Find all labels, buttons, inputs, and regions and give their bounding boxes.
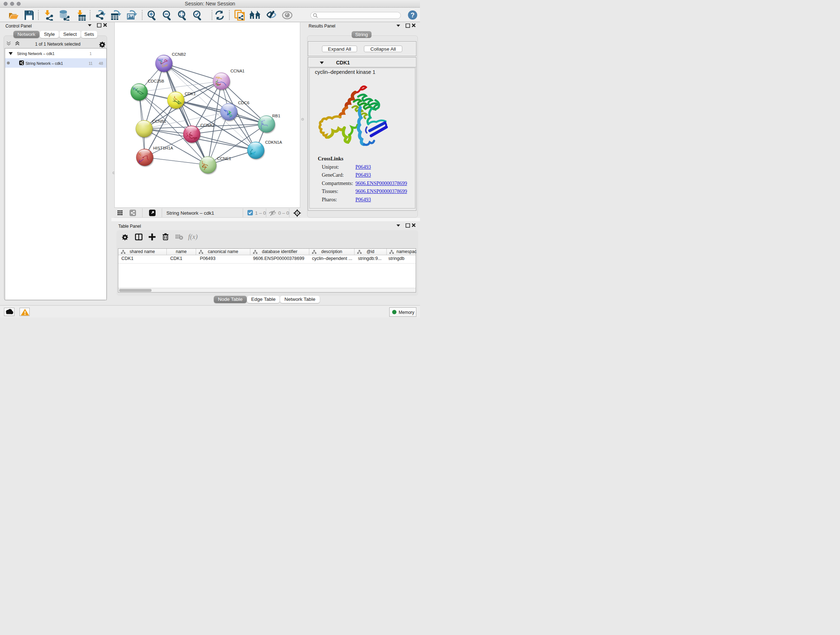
- svg-text:RB1: RB1: [272, 114, 280, 118]
- svg-text:CDC6: CDC6: [238, 101, 249, 105]
- svg-text:CCNA2: CCNA2: [201, 123, 215, 127]
- svg-text:?: ?: [411, 11, 415, 19]
- svg-text:HIST1H1A: HIST1H1A: [153, 146, 173, 150]
- svg-text:CCNB2: CCNB2: [172, 52, 186, 57]
- svg-text:CCNB1: CCNB1: [152, 119, 166, 124]
- svg-text:CDKN1A: CDKN1A: [265, 140, 282, 144]
- svg-text:CCNE1: CCNE1: [217, 157, 231, 161]
- svg-text:CCNA1: CCNA1: [231, 69, 245, 73]
- svg-text:CDK1: CDK1: [185, 92, 196, 96]
- svg-text:CDC25B: CDC25B: [148, 79, 164, 83]
